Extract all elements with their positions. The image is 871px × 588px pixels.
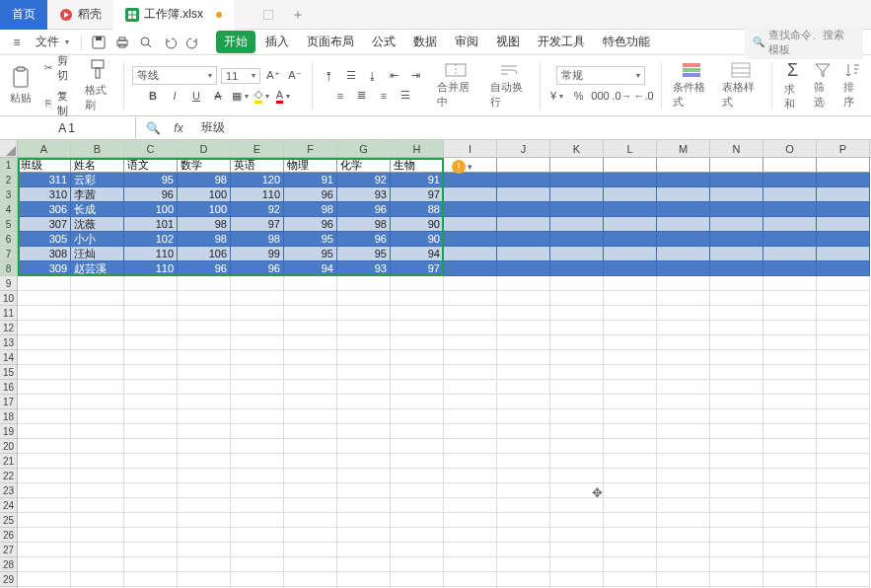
cell-O10[interactable] [763, 291, 817, 306]
cell-L28[interactable] [604, 557, 657, 572]
cell-C7[interactable]: 110 [124, 247, 178, 261]
cell-H18[interactable] [391, 409, 444, 424]
cell-L8[interactable] [604, 261, 657, 276]
cell-B14[interactable] [71, 350, 124, 365]
cell-E13[interactable] [231, 335, 284, 350]
cell-N8[interactable] [710, 261, 763, 276]
cell-A16[interactable] [18, 380, 71, 395]
cell-K17[interactable] [550, 395, 604, 409]
cell-H25[interactable] [391, 513, 444, 528]
cell-C24[interactable] [124, 498, 178, 513]
cell-P18[interactable] [817, 409, 870, 424]
col-header-P[interactable]: P [817, 140, 870, 157]
tab-overflow-icon[interactable] [263, 10, 273, 20]
format-painter-button[interactable]: 格式刷 [81, 56, 115, 114]
cell-B22[interactable] [71, 469, 124, 483]
cell-J24[interactable] [497, 498, 550, 513]
cell-E24[interactable] [231, 498, 284, 513]
cell-H21[interactable] [391, 454, 444, 469]
row-header-11[interactable]: 11 [0, 306, 18, 321]
cell-P22[interactable] [817, 469, 870, 483]
cell-P3[interactable] [817, 187, 870, 202]
cell-K6[interactable] [550, 232, 604, 247]
cell-A12[interactable] [18, 321, 71, 335]
cell-I11[interactable] [444, 306, 497, 321]
file-menu[interactable]: 文件▾ [32, 32, 73, 52]
cell-J18[interactable] [497, 409, 550, 424]
cell-A2[interactable]: 311 [18, 173, 71, 187]
cell-I13[interactable] [444, 335, 497, 350]
cell-H12[interactable] [391, 321, 444, 335]
row-header-3[interactable]: 3 [0, 187, 18, 202]
cell-L3[interactable] [604, 187, 657, 202]
indent-decrease-icon[interactable]: ⇤ [386, 67, 403, 85]
cell-E2[interactable]: 120 [231, 173, 284, 187]
cut-button[interactable]: ✂剪切 [39, 51, 77, 85]
cell-N24[interactable] [710, 498, 763, 513]
cell-N20[interactable] [710, 439, 763, 454]
underline-icon[interactable]: U [187, 87, 205, 105]
col-header-N[interactable]: N [710, 140, 763, 157]
cell-M13[interactable] [657, 335, 710, 350]
cell-O24[interactable] [763, 498, 817, 513]
cell-N13[interactable] [710, 335, 763, 350]
cell-O28[interactable] [763, 557, 817, 572]
cell-N21[interactable] [710, 454, 763, 469]
col-header-B[interactable]: B [71, 140, 124, 157]
tab-home[interactable]: 首页 [0, 0, 47, 30]
cell-C11[interactable] [124, 306, 178, 321]
cell-F17[interactable] [284, 395, 337, 409]
currency-icon[interactable]: ¥▾ [548, 87, 566, 105]
cell-E28[interactable] [231, 557, 284, 572]
cell-L29[interactable] [604, 572, 657, 587]
cell-L12[interactable] [604, 321, 657, 335]
align-right-icon[interactable]: ≡ [375, 87, 393, 105]
cell-A27[interactable] [18, 543, 71, 557]
cell-E9[interactable] [231, 276, 284, 291]
cell-H14[interactable] [391, 350, 444, 365]
cell-H1[interactable]: 生物 [391, 158, 444, 173]
cell-H23[interactable] [391, 483, 444, 498]
cell-K20[interactable] [550, 439, 604, 454]
cell-L26[interactable] [604, 528, 657, 543]
cell-N27[interactable] [710, 543, 763, 557]
cell-K21[interactable] [550, 454, 604, 469]
cell-L17[interactable] [604, 395, 657, 409]
cell-J28[interactable] [497, 557, 550, 572]
row-header-6[interactable]: 6 [0, 232, 18, 247]
justify-icon[interactable]: ☰ [397, 87, 414, 105]
cell-G10[interactable] [337, 291, 391, 306]
cell-I18[interactable] [444, 409, 497, 424]
cell-G14[interactable] [337, 350, 391, 365]
cell-H8[interactable]: 97 [391, 261, 444, 276]
cell-G18[interactable] [337, 409, 391, 424]
cell-O25[interactable] [763, 513, 817, 528]
cell-E1[interactable]: 英语 [231, 158, 284, 173]
cell-E25[interactable] [231, 513, 284, 528]
cell-L23[interactable] [604, 483, 657, 498]
align-left-icon[interactable]: ≡ [331, 87, 349, 105]
cell-E18[interactable] [231, 409, 284, 424]
cell-O3[interactable] [763, 187, 817, 202]
cell-C4[interactable]: 100 [124, 202, 178, 217]
cell-B9[interactable] [71, 276, 124, 291]
cell-O13[interactable] [763, 335, 817, 350]
cell-H16[interactable] [391, 380, 444, 395]
cell-O23[interactable] [763, 483, 817, 498]
cell-M17[interactable] [657, 395, 710, 409]
cell-B24[interactable] [71, 498, 124, 513]
cell-J22[interactable] [497, 469, 550, 483]
cell-B4[interactable]: 长成 [71, 202, 124, 217]
cell-O7[interactable] [763, 247, 817, 261]
cell-A6[interactable]: 305 [18, 232, 71, 247]
cell-A11[interactable] [18, 306, 71, 321]
cell-L1[interactable] [604, 158, 657, 173]
cell-E11[interactable] [231, 306, 284, 321]
cell-H4[interactable]: 88 [391, 202, 444, 217]
cell-C23[interactable] [124, 483, 178, 498]
cell-D20[interactable] [178, 439, 231, 454]
cell-L25[interactable] [604, 513, 657, 528]
cell-B3[interactable]: 李茜 [71, 187, 124, 202]
cell-G8[interactable]: 93 [337, 261, 391, 276]
cell-E8[interactable]: 96 [231, 261, 284, 276]
